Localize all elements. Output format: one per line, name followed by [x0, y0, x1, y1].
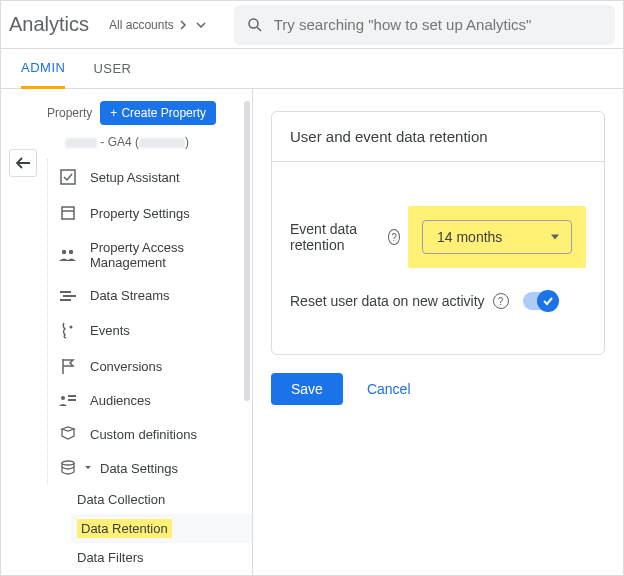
- audiences-icon: [58, 394, 78, 408]
- tab-admin[interactable]: ADMIN: [21, 49, 65, 89]
- sidebar-item-label: Data Streams: [90, 288, 169, 303]
- reset-user-data-label: Reset user data on new activity: [290, 293, 485, 309]
- content: Property + Create Property - GA4 () Setu…: [1, 89, 623, 576]
- card-body: Event data retention ? 14 months Reset u…: [272, 162, 604, 354]
- sidebar-sublist: Data Collection Data Retention Data Filt…: [29, 485, 252, 572]
- sidebar-item-label: Custom definitions: [90, 427, 197, 442]
- create-property-label: Create Property: [121, 106, 206, 120]
- sidebar-item-label: Events: [90, 323, 130, 338]
- property-name-fragment: - GA4 (: [100, 135, 139, 149]
- square-icon: [58, 204, 78, 222]
- sidebar-subitem-data-filters[interactable]: Data Filters: [71, 543, 252, 572]
- definitions-icon: [58, 426, 78, 442]
- events-icon: [58, 321, 78, 339]
- scrollbar[interactable]: [244, 101, 250, 401]
- help-icon[interactable]: ?: [493, 293, 509, 309]
- sidebar-item-label: Setup Assistant: [90, 170, 180, 185]
- property-header: Property + Create Property: [29, 101, 252, 131]
- dropdown-caret-icon[interactable]: [196, 22, 206, 28]
- help-icon[interactable]: ?: [388, 229, 400, 245]
- sidebar-subitem-label: Data Retention: [77, 519, 172, 538]
- brand: Analytics: [9, 13, 101, 36]
- svg-point-5: [62, 250, 66, 254]
- svg-point-0: [249, 19, 258, 28]
- tabs: ADMIN USER: [1, 49, 623, 89]
- account-switcher-label: All accounts: [109, 18, 174, 32]
- cancel-button[interactable]: Cancel: [367, 381, 411, 397]
- svg-point-6: [69, 250, 73, 254]
- chevron-down-icon: [84, 465, 92, 471]
- svg-rect-3: [62, 207, 74, 219]
- sidebar-item-label: Conversions: [90, 359, 162, 374]
- retention-card: User and event data retention Event data…: [271, 111, 605, 355]
- svg-rect-2: [61, 170, 75, 184]
- event-retention-label: Event data retention: [290, 221, 380, 253]
- check-square-icon: [58, 168, 78, 186]
- redacted-text: [65, 138, 97, 148]
- plus-icon: +: [110, 106, 117, 120]
- svg-line-1: [257, 27, 261, 31]
- sidebar-item-property-settings[interactable]: Property Settings: [52, 195, 252, 231]
- search-icon: [246, 16, 264, 34]
- sidebar-item-setup-assistant[interactable]: Setup Assistant: [52, 159, 252, 195]
- account-switcher[interactable]: All accounts: [101, 14, 196, 36]
- sidebar-nav: Setup Assistant Property Settings Proper…: [47, 159, 252, 485]
- sidebar-item-label: Property Settings: [90, 206, 190, 221]
- sidebar-subitem-data-collection[interactable]: Data Collection: [71, 485, 252, 514]
- sidebar-item-audiences[interactable]: Audiences: [52, 384, 252, 417]
- event-retention-highlight: 14 months: [408, 206, 586, 268]
- event-retention-select[interactable]: 14 months: [422, 220, 572, 254]
- sidebar: Property + Create Property - GA4 () Setu…: [1, 89, 253, 576]
- sidebar-item-conversions[interactable]: Conversions: [52, 348, 252, 384]
- sidebar-subitem-data-retention[interactable]: Data Retention: [71, 514, 252, 543]
- reset-user-data-toggle[interactable]: [523, 292, 557, 310]
- sidebar-item-label: Audiences: [90, 393, 151, 408]
- chevron-right-icon: [180, 20, 188, 30]
- sidebar-item-data-streams[interactable]: Data Streams: [52, 279, 252, 312]
- action-row: Save Cancel: [271, 373, 605, 405]
- toggle-knob: [537, 290, 559, 312]
- streams-icon: [58, 289, 78, 303]
- sidebar-item-label: Data Settings: [100, 461, 178, 476]
- back-button[interactable]: [9, 149, 37, 177]
- flag-icon: [58, 357, 78, 375]
- main-panel: User and event data retention Event data…: [253, 89, 623, 576]
- card-title: User and event data retention: [272, 112, 604, 162]
- property-label: Property: [47, 106, 92, 120]
- search-bar[interactable]: [234, 5, 615, 45]
- sidebar-item-events[interactable]: Events: [52, 312, 252, 348]
- database-icon: [58, 460, 78, 476]
- sidebar-item-custom-definitions[interactable]: Custom definitions: [52, 417, 252, 451]
- svg-point-15: [62, 461, 74, 465]
- sidebar-subitem-label: Data Collection: [77, 492, 165, 507]
- header: Analytics All accounts: [1, 1, 623, 49]
- svg-point-10: [70, 326, 73, 329]
- event-retention-row: Event data retention ? 14 months: [290, 206, 586, 268]
- save-button[interactable]: Save: [271, 373, 343, 405]
- sidebar-item-data-settings[interactable]: Data Settings: [52, 451, 252, 485]
- people-icon: [58, 248, 78, 262]
- svg-point-12: [61, 396, 65, 400]
- sidebar-subitem-label: Data Filters: [77, 550, 143, 565]
- reset-user-data-row: Reset user data on new activity ?: [290, 292, 586, 310]
- sidebar-item-property-access[interactable]: Property Access Management: [52, 231, 252, 279]
- tab-user[interactable]: USER: [93, 49, 131, 89]
- select-value: 14 months: [437, 229, 502, 245]
- property-name[interactable]: - GA4 (): [29, 131, 252, 159]
- create-property-button[interactable]: + Create Property: [100, 101, 216, 125]
- sidebar-item-label: Property Access Management: [90, 240, 220, 270]
- search-input[interactable]: [274, 16, 603, 33]
- redacted-text: [139, 138, 185, 148]
